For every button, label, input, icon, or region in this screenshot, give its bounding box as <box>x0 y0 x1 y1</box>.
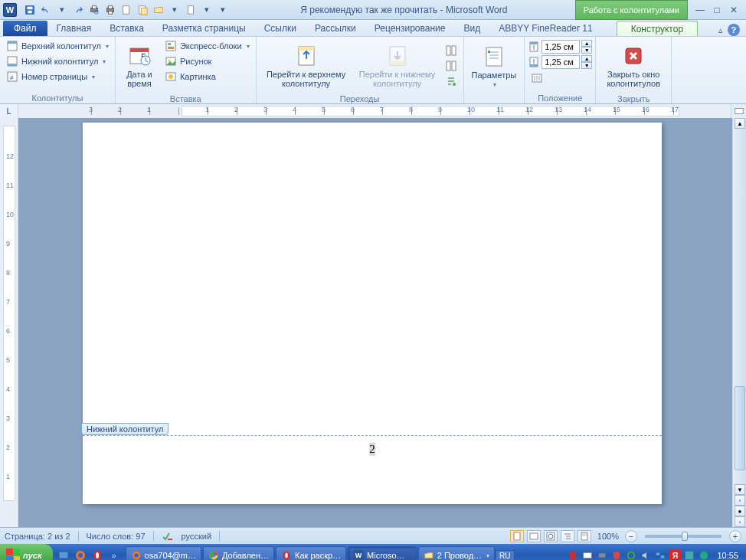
firefox-ql-icon[interactable] <box>73 548 88 560</box>
web-layout-view-icon[interactable] <box>544 530 558 542</box>
tray-y-icon[interactable]: Я <box>669 549 681 560</box>
language-indicator[interactable]: RU <box>496 550 514 561</box>
close-headerfooter-button[interactable]: Закрыть окно колонтитулов <box>599 38 668 93</box>
tray-av-icon[interactable] <box>698 549 710 560</box>
ruler-options-icon[interactable] <box>731 104 746 118</box>
tab-pagelayout[interactable]: Разметка страницы <box>153 21 255 36</box>
footer-button[interactable]: Нижний колонтитул▾ <box>3 54 112 69</box>
zoom-slider[interactable] <box>645 535 721 538</box>
goto-header-button[interactable]: Перейти к верхнему колонтитулу <box>260 38 353 93</box>
spin-down-icon[interactable]: ▼ <box>581 47 592 54</box>
taskbar-item[interactable]: Как раскр… <box>276 546 346 560</box>
clock[interactable]: 10:55 <box>712 551 743 560</box>
tab-selector[interactable]: L <box>0 104 18 118</box>
tray-sync-icon[interactable] <box>625 549 637 560</box>
minimize-button[interactable]: — <box>694 5 706 15</box>
browse-object-icon[interactable]: ● <box>735 506 745 516</box>
ql-expand-icon[interactable]: » <box>106 548 122 560</box>
tray-util-icon[interactable] <box>683 549 695 560</box>
print-layout-view-icon[interactable] <box>510 530 524 542</box>
tray-volume-icon[interactable] <box>640 549 652 560</box>
spin-down-icon[interactable]: ▼ <box>581 62 592 69</box>
minimize-ribbon-icon[interactable]: ▵ <box>718 25 723 35</box>
tab-abbyy[interactable]: ABBYY FineReader 11 <box>489 21 602 36</box>
nav-opt2[interactable] <box>442 58 460 74</box>
scroll-up-icon[interactable]: ▲ <box>735 118 745 129</box>
tab-file[interactable]: Файл <box>3 21 47 36</box>
datetime-button[interactable]: 5 Дата и время <box>119 38 160 93</box>
taskbar-item[interactable]: osa704@m… <box>126 546 201 560</box>
undo-icon[interactable] <box>39 3 53 17</box>
header-button[interactable]: Верхний колонтитул▾ <box>3 38 112 54</box>
horizontal-ruler[interactable]: 321 12 345 678 91011 121314 151617 <box>18 104 731 118</box>
quickparts-button[interactable]: Экспресс-блоки▾ <box>162 38 253 54</box>
spin-up-icon[interactable]: ▲ <box>581 40 592 47</box>
page[interactable]: Нижний колонтитул 2 <box>83 123 662 504</box>
redo-icon[interactable] <box>71 3 85 17</box>
tray-shield-icon[interactable] <box>610 549 623 560</box>
tray-msg-icon[interactable] <box>581 549 594 560</box>
paste-special-icon[interactable] <box>136 3 149 17</box>
close-button[interactable]: ✕ <box>728 5 740 15</box>
tab-view[interactable]: Вид <box>454 21 489 36</box>
tray-printer-icon[interactable] <box>596 549 608 560</box>
fullscreen-view-icon[interactable] <box>527 530 541 542</box>
tab-mailings[interactable]: Рассылки <box>306 21 365 36</box>
quick-print-icon[interactable] <box>103 3 117 17</box>
new-doc-icon[interactable] <box>119 3 133 17</box>
next-page-icon[interactable]: ◦ <box>735 516 745 527</box>
nav-opt3[interactable] <box>442 74 460 89</box>
save-icon[interactable] <box>23 3 37 17</box>
tray-opera-icon[interactable] <box>567 549 579 560</box>
tray-network-icon[interactable] <box>654 549 666 560</box>
qat-dd2-icon[interactable]: ▾ <box>168 3 182 17</box>
scroll-thumb[interactable] <box>735 386 745 470</box>
zoom-slider-thumb[interactable] <box>682 532 688 541</box>
qat-customize-icon[interactable]: ▾ <box>216 3 230 17</box>
start-button[interactable]: пуск <box>0 544 53 560</box>
align-tab-button[interactable] <box>528 70 592 86</box>
open-icon[interactable] <box>152 3 165 17</box>
nav-opt1[interactable] <box>442 43 460 58</box>
tab-references[interactable]: Ссылки <box>255 21 306 36</box>
show-desktop-icon[interactable] <box>56 548 71 560</box>
page-number-field[interactable]: 2 <box>369 443 375 456</box>
tab-home[interactable]: Главная <box>47 21 101 36</box>
help-icon[interactable]: ? <box>728 24 740 36</box>
vertical-ruler[interactable]: 121110 987 654 321 <box>0 118 18 527</box>
opera-ql-icon[interactable] <box>90 548 105 560</box>
zoom-in-icon[interactable]: + <box>729 530 741 542</box>
picture-button[interactable]: Рисунок <box>162 54 253 69</box>
prev-page-icon[interactable]: ◦ <box>735 495 745 506</box>
qat-dropdown-icon[interactable]: ▾ <box>55 3 69 17</box>
outline-view-icon[interactable] <box>561 530 574 542</box>
print-preview-icon[interactable] <box>87 3 101 17</box>
vertical-scrollbar[interactable]: ▲ ▼ ◦ ● ◦ <box>732 118 746 527</box>
header-top-input[interactable] <box>542 40 580 54</box>
clipart-button[interactable]: Картинка <box>162 69 253 84</box>
tab-review[interactable]: Рецензирование <box>365 21 455 36</box>
draft-view-icon[interactable] <box>577 530 591 542</box>
svg-point-63 <box>285 553 288 558</box>
tab-insert[interactable]: Вставка <box>100 21 153 36</box>
footer-bottom-input[interactable] <box>542 55 580 69</box>
footer-tab-label[interactable]: Нижний колонтитул <box>81 423 169 435</box>
taskbar-item-active[interactable]: WMicroso… <box>348 546 417 560</box>
qat-dd3-icon[interactable]: ▾ <box>200 3 214 17</box>
maximize-button[interactable]: □ <box>711 5 723 15</box>
zoom-level[interactable]: 100% <box>597 532 619 541</box>
status-page[interactable]: Страница: 2 из 2 <box>5 532 70 541</box>
document-scroll[interactable]: Нижний колонтитул 2 <box>18 118 732 527</box>
taskbar-item[interactable]: Добавлен… <box>203 546 274 560</box>
pagenumber-button[interactable]: #Номер страницы▾ <box>3 69 112 84</box>
status-language[interactable]: русский <box>182 532 211 541</box>
params-button[interactable]: Параметры▾ <box>467 38 522 93</box>
scroll-down-icon[interactable]: ▼ <box>735 484 745 495</box>
spin-up-icon[interactable]: ▲ <box>581 55 592 62</box>
tab-design-context[interactable]: Конструктор <box>617 21 698 36</box>
taskbar-item[interactable]: 2 Провод…▾ <box>418 546 495 560</box>
status-words[interactable]: Число слов: 97 <box>87 532 146 541</box>
doc-icon[interactable] <box>184 3 198 17</box>
zoom-out-icon[interactable]: − <box>625 530 637 542</box>
spellcheck-icon[interactable] <box>162 531 174 542</box>
